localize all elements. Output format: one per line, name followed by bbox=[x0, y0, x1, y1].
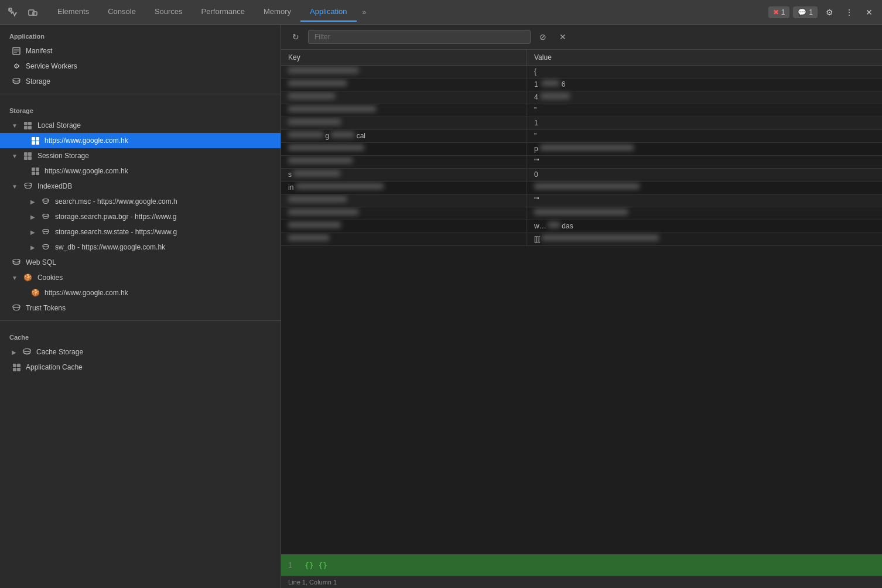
table-row[interactable]: in bbox=[281, 182, 882, 194]
more-tabs-button[interactable]: » bbox=[357, 4, 372, 21]
table-row[interactable]: [[[ bbox=[281, 233, 882, 246]
sw-db-icon bbox=[41, 242, 50, 252]
cache-section-title: Cache bbox=[0, 326, 281, 344]
web-sql-label: Web SQL bbox=[26, 258, 56, 266]
cell-value: 1 6 bbox=[527, 78, 882, 91]
cell-value: "" bbox=[527, 194, 882, 207]
application-section-title: Application bbox=[0, 25, 281, 43]
sidebar-item-local-storage-google[interactable]: https://www.google.com.hk bbox=[0, 133, 281, 148]
column-value-header: Value bbox=[527, 50, 882, 65]
table-row[interactable]: w… das bbox=[281, 220, 882, 233]
cell-key bbox=[281, 66, 527, 78]
line-number: 1 bbox=[288, 561, 300, 569]
main-content: Application Manifest ⚙ Service Workers bbox=[0, 25, 882, 588]
cell-key bbox=[281, 91, 527, 104]
table-row[interactable]: "" bbox=[281, 194, 882, 207]
svg-point-15 bbox=[23, 348, 30, 351]
svg-point-12 bbox=[43, 244, 49, 247]
filter-input[interactable] bbox=[308, 30, 531, 44]
table-row[interactable]: s 0 bbox=[281, 169, 882, 182]
service-workers-label: Service Workers bbox=[26, 62, 77, 70]
divider-1 bbox=[0, 94, 281, 94]
table-row[interactable]: 4 bbox=[281, 91, 882, 104]
storage-pwa-bgr-icon bbox=[41, 212, 50, 221]
table-row[interactable] bbox=[281, 207, 882, 220]
sidebar-item-trust-tokens[interactable]: Trust Tokens bbox=[0, 300, 281, 316]
inspect-icon[interactable] bbox=[5, 4, 21, 20]
svg-point-7 bbox=[13, 78, 20, 81]
sidebar-item-search-msc[interactable]: ▶ search.msc - https://www.google.com.h bbox=[0, 194, 281, 209]
tab-application[interactable]: Application bbox=[300, 2, 357, 22]
sidebar-item-indexeddb[interactable]: ▼ IndexedDB bbox=[0, 179, 281, 194]
cookies-icon: 🍪 bbox=[23, 273, 33, 282]
refresh-button[interactable]: ↻ bbox=[288, 29, 303, 45]
sidebar-item-cookies-google[interactable]: 🍪 https://www.google.com.hk bbox=[0, 285, 281, 300]
sidebar-item-local-storage[interactable]: ▼ Local Storage bbox=[0, 118, 281, 133]
sidebar-item-manifest[interactable]: Manifest bbox=[0, 43, 281, 59]
message-badge-button[interactable]: 💬 1 bbox=[793, 6, 818, 18]
tab-bar-actions: ✖ 1 💬 1 ⚙ ⋮ ✕ bbox=[768, 4, 877, 20]
tab-console[interactable]: Console bbox=[98, 2, 145, 22]
cell-value: " bbox=[527, 104, 882, 117]
svg-rect-2 bbox=[33, 12, 37, 15]
sidebar-item-cookies[interactable]: ▼ 🍪 Cookies bbox=[0, 270, 281, 285]
panel-toolbar: ↻ ⊘ ✕ bbox=[281, 25, 882, 50]
local-storage-sub-icon bbox=[30, 136, 40, 145]
cell-value: 0 bbox=[527, 169, 882, 181]
sidebar-item-session-storage-google[interactable]: https://www.google.com.hk bbox=[0, 163, 281, 179]
error-icon: ✖ bbox=[773, 8, 779, 16]
cookies-sub-icon: 🍪 bbox=[30, 288, 40, 298]
sidebar-item-storage-sw-state[interactable]: ▶ storage.search.sw.state - https://www.… bbox=[0, 224, 281, 240]
local-storage-icon bbox=[23, 121, 33, 130]
settings-icon[interactable]: ⚙ bbox=[821, 4, 837, 20]
more-options-icon[interactable]: ⋮ bbox=[841, 4, 857, 20]
table-row[interactable]: 1 bbox=[281, 117, 882, 130]
manifest-label: Manifest bbox=[26, 47, 52, 55]
close-devtools-icon[interactable]: ✕ bbox=[861, 4, 877, 20]
indexeddb-chevron-down: ▼ bbox=[12, 183, 18, 190]
cell-key bbox=[281, 156, 527, 168]
table-row[interactable]: "" bbox=[281, 156, 882, 169]
device-toggle-icon[interactable] bbox=[25, 4, 41, 20]
sidebar-item-application-cache[interactable]: Application Cache bbox=[0, 360, 281, 375]
search-msc-chevron: ▶ bbox=[30, 199, 35, 205]
session-storage-google-label: https://www.google.com.hk bbox=[45, 167, 128, 175]
storage-icon bbox=[12, 77, 21, 86]
table-row[interactable]: 1 6 bbox=[281, 78, 882, 91]
tab-performance[interactable]: Performance bbox=[192, 2, 254, 22]
block-button[interactable]: ⊘ bbox=[535, 29, 551, 45]
table-body: { 1 6 4 " bbox=[281, 66, 882, 554]
sidebar-item-cache-storage[interactable]: ▶ Cache Storage bbox=[0, 344, 281, 360]
cookies-google-label: https://www.google.com.hk bbox=[45, 289, 128, 297]
sidebar-item-storage-pwa-bgr[interactable]: ▶ storage.search.pwa.bgr - https://www.g bbox=[0, 209, 281, 224]
sidebar-item-sw-db[interactable]: ▶ sw_db - https://www.google.com.hk bbox=[0, 240, 281, 255]
tab-memory[interactable]: Memory bbox=[254, 2, 300, 22]
sidebar-item-web-sql[interactable]: Web SQL bbox=[0, 255, 281, 270]
divider-2 bbox=[0, 320, 281, 321]
indexeddb-label: IndexedDB bbox=[37, 182, 72, 190]
trust-tokens-icon bbox=[12, 303, 21, 313]
table-row[interactable]: " bbox=[281, 104, 882, 117]
search-msc-icon bbox=[41, 197, 50, 206]
table-row[interactable]: { bbox=[281, 66, 882, 78]
sidebar-item-service-workers[interactable]: ⚙ Service Workers bbox=[0, 59, 281, 74]
preview-content: {} {} bbox=[305, 561, 327, 570]
storage-pwa-bgr-chevron: ▶ bbox=[30, 214, 35, 220]
tab-sources[interactable]: Sources bbox=[145, 2, 192, 22]
sidebar-item-storage[interactable]: Storage bbox=[0, 74, 281, 89]
sidebar-item-session-storage[interactable]: ▼ Session Storage bbox=[0, 148, 281, 163]
local-storage-google-label: https://www.google.com.hk bbox=[45, 136, 128, 145]
session-storage-icon bbox=[23, 151, 33, 160]
tab-elements[interactable]: Elements bbox=[48, 2, 98, 22]
table-row[interactable]: p bbox=[281, 143, 882, 156]
svg-point-14 bbox=[13, 305, 20, 307]
cell-value: [[[ bbox=[527, 233, 882, 245]
clear-button[interactable]: ✕ bbox=[555, 29, 570, 45]
cell-key: s bbox=[281, 169, 527, 181]
table-row[interactable]: g cal " bbox=[281, 130, 882, 143]
status-bar: Line 1, Column 1 bbox=[281, 576, 882, 588]
cache-storage-chevron: ▶ bbox=[12, 349, 16, 355]
preview-line: 1 {} {} bbox=[281, 555, 882, 576]
cell-key bbox=[281, 104, 527, 117]
error-badge-button[interactable]: ✖ 1 bbox=[768, 6, 790, 18]
